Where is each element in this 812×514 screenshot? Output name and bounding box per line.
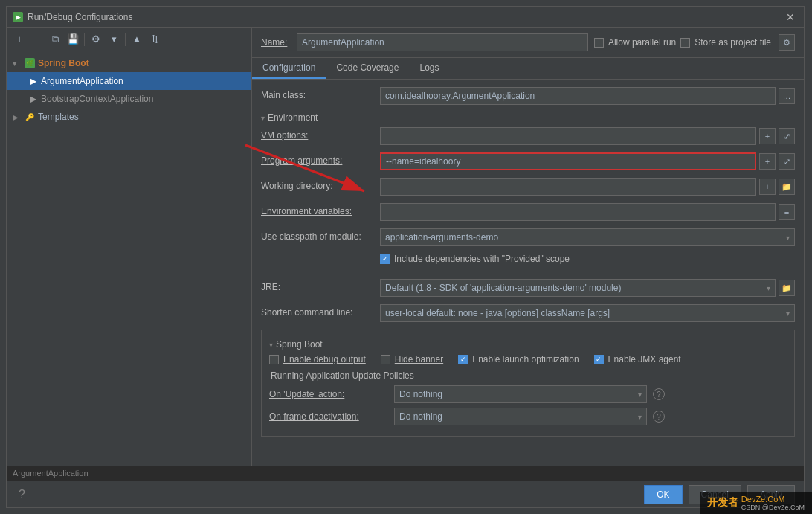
env-vars-label-text: Environment variables:	[261, 206, 352, 216]
on-deactivate-dropdown[interactable]: Do nothing ▾	[394, 408, 647, 425]
argument-application-item[interactable]: ▶ ArgumentApplication	[7, 72, 251, 90]
classpath-label: Use classpath of module:	[261, 228, 380, 242]
remove-button[interactable]: −	[29, 31, 45, 48]
config-tabs: Configuration Code Coverage Logs	[252, 58, 804, 80]
ok-button[interactable]: OK	[644, 485, 682, 504]
tab-code-coverage[interactable]: Code Coverage	[326, 58, 409, 79]
breadcrumb-text: ArgumentApplication	[13, 469, 88, 478]
tab-configuration[interactable]: Configuration	[252, 58, 326, 79]
vm-expand-btn[interactable]: +	[759, 128, 776, 144]
move-up-button[interactable]: ▲	[129, 31, 145, 48]
tab-logs[interactable]: Logs	[409, 58, 449, 79]
spring-boot-group[interactable]: ▾ 🌿 Spring Boot	[7, 54, 251, 72]
env-vars-label: Environment variables:	[261, 203, 380, 216]
env-vars-edit-btn[interactable]: ≡	[779, 204, 795, 220]
on-deactivate-row: On frame deactivation: Do nothing ▾ ?	[269, 408, 787, 425]
vm-options-input[interactable]	[380, 127, 756, 145]
shorten-cmd-control: user-local default: none - java [options…	[380, 304, 795, 322]
sort-button[interactable]: ⇅	[146, 31, 163, 48]
close-button[interactable]: ✕	[783, 10, 798, 25]
on-update-row: On 'Update' action: Do nothing ▾ ?	[269, 385, 787, 403]
vm-fullscreen-btn[interactable]: ⤢	[779, 128, 795, 144]
allow-parallel-checkbox[interactable]	[594, 38, 604, 48]
classpath-arrow: ▾	[786, 234, 790, 242]
allow-parallel-label: Allow parallel run	[608, 37, 676, 48]
save-button[interactable]: 💾	[65, 31, 81, 48]
on-deactivate-value: Do nothing	[399, 411, 442, 422]
env-vars-input[interactable]	[380, 203, 776, 221]
on-update-label: On 'Update' action:	[269, 389, 388, 399]
main-class-row: Main class: …	[261, 87, 795, 106]
jre-dropdown[interactable]: Default (1.8 - SDK of 'application-argum…	[380, 279, 776, 297]
classpath-row: Use classpath of module: application-arg…	[261, 228, 795, 248]
footer: ? OK Cancel Apply	[7, 481, 804, 507]
title-bar: ▶ Run/Debug Configurations ✕	[7, 7, 804, 28]
right-panel: Name: Allow parallel run Store as projec…	[252, 28, 804, 466]
hide-banner-checkbox[interactable]	[381, 355, 390, 364]
main-class-browse-btn[interactable]: …	[779, 88, 795, 104]
program-args-input[interactable]	[380, 152, 756, 170]
settings-button[interactable]: ⚙	[88, 31, 104, 48]
dialog-icon: ▶	[13, 12, 23, 22]
store-project-checkbox[interactable]	[680, 38, 690, 48]
name-input[interactable]	[297, 33, 588, 51]
dialog-title: Run/Debug Configurations	[28, 12, 132, 22]
args-expand-btn[interactable]: +	[759, 153, 776, 170]
vm-options-row: VM options: + ⤢	[261, 127, 795, 147]
main-content: + − ⧉ 💾 ⚙ ▾ ▲ ⇅ ▾ 🌿 Spring Boot ▶	[7, 28, 804, 466]
run-debug-dialog: ▶ Run/Debug Configurations ✕ + − ⧉ 💾 ⚙ ▾…	[6, 6, 805, 508]
expand-icon-templates: ▶	[13, 113, 22, 121]
include-deps-checkbox[interactable]	[380, 254, 390, 264]
enable-jmx-label: Enable JMX agent	[608, 354, 681, 364]
breadcrumb-bar: ArgumentApplication	[7, 466, 804, 481]
watermark-chinese: 开发者	[707, 496, 738, 510]
run-config-icon: ▶	[28, 76, 38, 86]
copy-button[interactable]: ⧉	[47, 31, 63, 48]
spring-boot-toggle[interactable]: ▾	[269, 341, 273, 349]
arrow-down-button[interactable]: ▾	[106, 31, 122, 48]
enable-debug-checkbox[interactable]	[269, 355, 279, 364]
templates-group[interactable]: ▶ 🔑 Templates	[7, 108, 251, 126]
on-update-dropdown[interactable]: Do nothing ▾	[394, 385, 647, 403]
enable-launch-checkbox[interactable]	[458, 355, 468, 364]
question-icon[interactable]: ?	[19, 488, 25, 501]
jre-control: Default (1.8 - SDK of 'application-argum…	[380, 279, 795, 297]
jre-row: JRE: Default (1.8 - SDK of 'application-…	[261, 279, 795, 298]
working-dir-control: + 📁	[380, 178, 795, 196]
enable-debug-item: Enable debug output	[269, 354, 366, 364]
left-toolbar: + − ⧉ 💾 ⚙ ▾ ▲ ⇅	[7, 28, 251, 51]
working-dir-input[interactable]	[380, 178, 756, 196]
bootstrap-context-item[interactable]: ▶ BootstrapContextApplication	[7, 90, 251, 108]
toolbar-separator	[84, 33, 85, 46]
env-vars-control: ≡	[380, 203, 795, 221]
spring-boot-section-title: Spring Boot	[276, 339, 323, 350]
update-policies: Running Application Update Policies On '…	[269, 370, 787, 425]
on-deactivate-help[interactable]: ?	[653, 411, 665, 423]
args-fullscreen-btn[interactable]: ⤢	[779, 153, 795, 170]
enable-debug-label-text: Enable debug output	[283, 354, 366, 364]
toolbar-separator-2	[125, 33, 126, 46]
env-toggle[interactable]: ▾	[261, 114, 265, 122]
add-button[interactable]: +	[11, 31, 28, 48]
enable-jmx-checkbox[interactable]	[594, 355, 604, 364]
store-settings-btn[interactable]: ⚙	[779, 34, 795, 51]
main-class-input[interactable]	[380, 87, 776, 105]
expand-icon: ▾	[13, 60, 22, 68]
include-deps-checkbox-item: Include dependencies with "Provided" sco…	[380, 254, 570, 264]
shorten-cmd-dropdown[interactable]: user-local default: none - java [options…	[380, 304, 795, 322]
jre-browse-btn[interactable]: 📁	[779, 280, 795, 296]
working-dir-expand-btn[interactable]: +	[759, 179, 776, 195]
options-row: Allow parallel run Store as project file…	[594, 34, 795, 51]
include-deps-label: Include dependencies with "Provided" sco…	[394, 254, 570, 264]
store-project-label: Store as project file	[695, 37, 771, 48]
on-update-help[interactable]: ?	[653, 388, 665, 400]
env-title: Environment	[268, 112, 318, 123]
program-args-control: + ⤢	[380, 152, 795, 170]
spring-boot-label: Spring Boot	[38, 58, 89, 68]
on-deactivate-label: On frame deactivation:	[269, 411, 388, 422]
config-tree: ▾ 🌿 Spring Boot ▶ ArgumentApplication ▶ …	[7, 51, 251, 466]
spring-boot-icon: 🌿	[25, 58, 35, 68]
spring-boot-section: ▾ Spring Boot Enable debug output	[261, 330, 795, 437]
working-dir-browse-btn[interactable]: 📁	[779, 179, 795, 195]
classpath-dropdown[interactable]: application-arguments-demo ▾	[380, 228, 795, 246]
